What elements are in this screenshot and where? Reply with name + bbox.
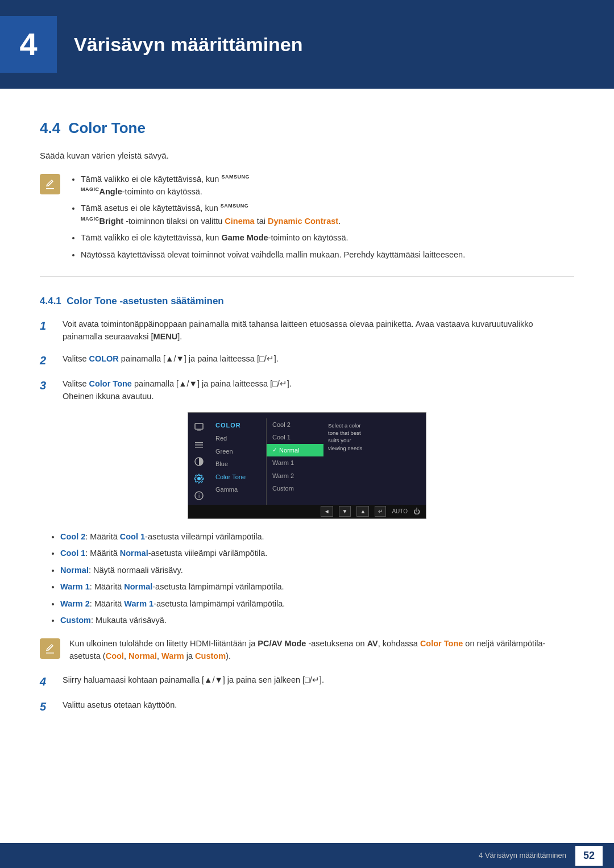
chapter-title: Värisävyn määrittäminen bbox=[74, 30, 303, 59]
step-2: 2 Valitse COLOR painamalla [▲/▼] ja pain… bbox=[40, 352, 574, 368]
option-warm2: Warm 2: Määritä Warm 1-asetusta lämpimäm… bbox=[60, 597, 574, 610]
monitor-sidebar-icons: i bbox=[188, 418, 210, 505]
note-item-4: Näytössä käytettävissä olevat toiminnot … bbox=[81, 248, 465, 261]
step-5: 5 Valittu asetus otetaan käyttöön. bbox=[40, 699, 574, 715]
monitor-icon-3 bbox=[192, 456, 206, 467]
monitor-screenshot: i COLOR Red Green Blue Color Tone Gamma … bbox=[188, 412, 426, 519]
submenu-cool2: Cool 2 bbox=[267, 418, 323, 431]
monitor-icon-5: i bbox=[192, 490, 206, 501]
monitor-content: i COLOR Red Green Blue Color Tone Gamma … bbox=[188, 418, 426, 505]
option-warm1: Warm 1: Määritä Normal-asetusta lämpimäm… bbox=[60, 580, 574, 593]
footer-text: 4 Värisävyn määrittäminen bbox=[479, 850, 566, 861]
note-item-2: Tämä asetus ei ole käytettävissä, kun SA… bbox=[81, 202, 465, 227]
svg-point-6 bbox=[197, 477, 201, 480]
monitor-icon-1 bbox=[192, 422, 206, 433]
subsection-heading: 4.4.1 Color Tone -asetusten säätäminen bbox=[40, 294, 574, 309]
chapter-number: 4 bbox=[0, 16, 57, 73]
main-content: 4.4 Color Tone Säädä kuvan värien yleist… bbox=[0, 89, 614, 769]
menu-item-red: Red bbox=[210, 432, 266, 445]
note-item-1: Tämä valikko ei ole käytettävissä, kun S… bbox=[81, 173, 465, 198]
option-custom: Custom: Mukauta värisävyä. bbox=[60, 614, 574, 626]
monitor-icon-2 bbox=[192, 439, 206, 450]
svg-rect-4 bbox=[195, 447, 203, 448]
monitor-icon-4 bbox=[192, 473, 206, 484]
step-3: 3 Valitse Color Tone painamalla [▲/▼] ja… bbox=[40, 377, 574, 403]
note-box: Tämä valikko ei ole käytettävissä, kun S… bbox=[40, 173, 574, 265]
svg-rect-1 bbox=[197, 430, 201, 431]
option-cool1: Cool 1: Määritä Normal-asetusta viileämp… bbox=[60, 547, 574, 559]
option-normal: Normal: Näytä normaali värisävy. bbox=[60, 564, 574, 576]
note-icon bbox=[40, 174, 60, 194]
bottom-btn-right: ▼ bbox=[339, 506, 351, 517]
submenu-warm2: Warm 2 bbox=[267, 470, 323, 483]
monitor-menu-header: COLOR bbox=[210, 418, 266, 433]
monitor-help-panel: Select a color tone that best suits your… bbox=[323, 418, 375, 505]
step3-sub: Oheinen ikkuna avautuu. bbox=[63, 392, 154, 401]
submenu-custom: Custom bbox=[267, 482, 323, 495]
step-4: 4 Siirry haluamaasi kohtaan painamalla [… bbox=[40, 674, 574, 690]
svg-rect-0 bbox=[195, 423, 203, 429]
note2-text: Kun ulkoinen tulolähde on liitetty HDMI-… bbox=[69, 637, 574, 663]
bottom-auto-label: AUTO bbox=[392, 507, 408, 516]
bottom-btn-a: ▲ bbox=[356, 506, 369, 517]
bottom-power-btn: ⏻ bbox=[413, 506, 420, 517]
menu-item-green: Green bbox=[210, 445, 266, 458]
svg-rect-3 bbox=[195, 445, 203, 446]
monitor-submenu-panel: Cool 2 Cool 1 Normal Warm 1 Warm 2 Custo… bbox=[267, 418, 323, 505]
footer-page-number: 52 bbox=[575, 846, 603, 866]
menu-item-gamma: Gamma bbox=[210, 483, 266, 496]
page-footer: 4 Värisävyn määrittäminen 52 bbox=[0, 843, 614, 868]
note-icon-2 bbox=[40, 638, 60, 659]
submenu-normal: Normal bbox=[267, 444, 323, 457]
menu-item-blue: Blue bbox=[210, 458, 266, 471]
monitor-menu-panel: COLOR Red Green Blue Color Tone Gamma bbox=[210, 418, 267, 505]
option-cool2: Cool 2: Määritä Cool 1-asetusta viileämp… bbox=[60, 530, 574, 543]
note-item-3: Tämä valikko ei ole käytettävissä, kun G… bbox=[81, 231, 465, 244]
bottom-btn-left: ◄ bbox=[321, 506, 333, 517]
options-list: Cool 2: Määritä Cool 1-asetusta viileämp… bbox=[40, 530, 574, 627]
chapter-header: 4 Värisävyn määrittäminen bbox=[0, 0, 614, 89]
step-1: 1 Voit avata toimintonäppäinoppaan paina… bbox=[40, 318, 574, 343]
submenu-warm1: Warm 1 bbox=[267, 456, 323, 470]
note-box-2: Kun ulkoinen tulolähde on liitetty HDMI-… bbox=[40, 637, 574, 663]
svg-rect-2 bbox=[195, 442, 203, 443]
bottom-btn-enter: ↵ bbox=[375, 506, 386, 517]
note-list: Tämä valikko ei ole käytettävissä, kun S… bbox=[69, 173, 465, 265]
section-heading: 4.4 Color Tone bbox=[40, 117, 574, 139]
menu-item-colortone: Color Tone bbox=[210, 471, 266, 484]
svg-text:i: i bbox=[198, 493, 200, 499]
monitor-bottom-bar: ◄ ▼ ▲ ↵ AUTO ⏻ bbox=[188, 505, 426, 518]
intro-text: Säädä kuvan värien yleistä sävyä. bbox=[40, 149, 574, 163]
submenu-cool1: Cool 1 bbox=[267, 431, 323, 444]
monitor-top-bar bbox=[188, 413, 426, 418]
